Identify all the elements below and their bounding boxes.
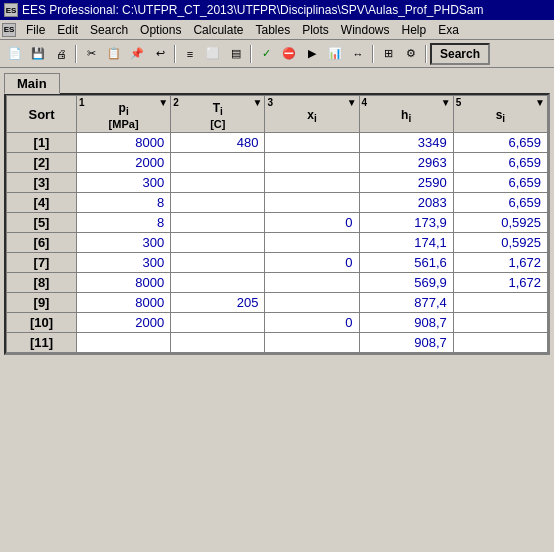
- cell-p-7[interactable]: 300: [77, 253, 171, 273]
- cell-p-1[interactable]: 8000: [77, 133, 171, 153]
- chart-button[interactable]: 📊: [324, 43, 346, 65]
- cell-s-3[interactable]: 6,659: [453, 173, 547, 193]
- menu-options[interactable]: Options: [134, 21, 187, 39]
- cell-p-11[interactable]: [77, 333, 171, 353]
- equations-button[interactable]: ≡: [179, 43, 201, 65]
- copy-button[interactable]: 📋: [103, 43, 125, 65]
- cell-h-9[interactable]: 877,4: [359, 293, 453, 313]
- cell-h-1[interactable]: 3349: [359, 133, 453, 153]
- cell-T-11[interactable]: [171, 333, 265, 353]
- col-header-2[interactable]: 2 ▼ Ti[C]: [171, 96, 265, 133]
- cell-T-2[interactable]: [171, 153, 265, 173]
- cell-x-6[interactable]: [265, 233, 359, 253]
- cell-x-2[interactable]: [265, 153, 359, 173]
- col-header-5[interactable]: 5 ▼ si: [453, 96, 547, 133]
- cell-s-10[interactable]: [453, 313, 547, 333]
- col-dropdown-4[interactable]: ▼: [441, 97, 451, 108]
- menu-calculate[interactable]: Calculate: [187, 21, 249, 39]
- col-dropdown-3[interactable]: ▼: [347, 97, 357, 108]
- run-button[interactable]: ▶: [301, 43, 323, 65]
- cell-h-10[interactable]: 908,7: [359, 313, 453, 333]
- cell-h-4[interactable]: 2083: [359, 193, 453, 213]
- sort-header[interactable]: Sort: [7, 96, 77, 133]
- row-label-7[interactable]: [7]: [7, 253, 77, 273]
- cell-p-10[interactable]: 2000: [77, 313, 171, 333]
- cell-p-4[interactable]: 8: [77, 193, 171, 213]
- stop-button[interactable]: ⛔: [278, 43, 300, 65]
- cell-T-8[interactable]: [171, 273, 265, 293]
- col-dropdown-1[interactable]: ▼: [158, 97, 168, 108]
- cell-s-6[interactable]: 0,5925: [453, 233, 547, 253]
- row-label-4[interactable]: [4]: [7, 193, 77, 213]
- cell-h-3[interactable]: 2590: [359, 173, 453, 193]
- row-label-3[interactable]: [3]: [7, 173, 77, 193]
- cell-h-6[interactable]: 174,1: [359, 233, 453, 253]
- cell-T-6[interactable]: [171, 233, 265, 253]
- undo-button[interactable]: ↩: [149, 43, 171, 65]
- cell-p-5[interactable]: 8: [77, 213, 171, 233]
- row-label-6[interactable]: [6]: [7, 233, 77, 253]
- cell-h-7[interactable]: 561,6: [359, 253, 453, 273]
- paste-button[interactable]: 📌: [126, 43, 148, 65]
- cell-T-9[interactable]: 205: [171, 293, 265, 313]
- col-dropdown-5[interactable]: ▼: [535, 97, 545, 108]
- cell-h-11[interactable]: 908,7: [359, 333, 453, 353]
- cell-x-8[interactable]: [265, 273, 359, 293]
- menu-exa[interactable]: Exa: [432, 21, 465, 39]
- cell-T-3[interactable]: [171, 173, 265, 193]
- row-label-1[interactable]: [1]: [7, 133, 77, 153]
- tab-main[interactable]: Main: [4, 73, 60, 94]
- minmax-button[interactable]: ↔: [347, 43, 369, 65]
- cell-T-10[interactable]: [171, 313, 265, 333]
- cell-p-6[interactable]: 300: [77, 233, 171, 253]
- cell-s-9[interactable]: [453, 293, 547, 313]
- col-header-4[interactable]: 4 ▼ hi: [359, 96, 453, 133]
- print-button[interactable]: 🖨: [50, 43, 72, 65]
- col-header-3[interactable]: 3 ▼ xi: [265, 96, 359, 133]
- cell-x-4[interactable]: [265, 193, 359, 213]
- cut-button[interactable]: ✂: [80, 43, 102, 65]
- cell-h-2[interactable]: 2963: [359, 153, 453, 173]
- row-label-10[interactable]: [10]: [7, 313, 77, 333]
- cell-x-11[interactable]: [265, 333, 359, 353]
- cell-x-10[interactable]: 0: [265, 313, 359, 333]
- new-button[interactable]: 📄: [4, 43, 26, 65]
- menu-windows[interactable]: Windows: [335, 21, 396, 39]
- cell-x-1[interactable]: [265, 133, 359, 153]
- save-button[interactable]: 💾: [27, 43, 49, 65]
- menu-tables[interactable]: Tables: [249, 21, 296, 39]
- cell-s-8[interactable]: 1,672: [453, 273, 547, 293]
- cell-T-5[interactable]: [171, 213, 265, 233]
- cell-s-11[interactable]: [453, 333, 547, 353]
- cell-s-7[interactable]: 1,672: [453, 253, 547, 273]
- col-header-1[interactable]: 1 ▼ pi[MPa]: [77, 96, 171, 133]
- cell-x-9[interactable]: [265, 293, 359, 313]
- row-label-2[interactable]: [2]: [7, 153, 77, 173]
- cell-p-2[interactable]: 2000: [77, 153, 171, 173]
- cell-h-8[interactable]: 569,9: [359, 273, 453, 293]
- cell-x-7[interactable]: 0: [265, 253, 359, 273]
- menu-search[interactable]: Search: [84, 21, 134, 39]
- cell-T-1[interactable]: 480: [171, 133, 265, 153]
- cell-T-7[interactable]: [171, 253, 265, 273]
- cell-s-5[interactable]: 0,5925: [453, 213, 547, 233]
- cell-s-1[interactable]: 6,659: [453, 133, 547, 153]
- menu-help[interactable]: Help: [396, 21, 433, 39]
- col-dropdown-2[interactable]: ▼: [252, 97, 262, 108]
- cell-x-5[interactable]: 0: [265, 213, 359, 233]
- row-label-9[interactable]: [9]: [7, 293, 77, 313]
- menu-file[interactable]: File: [20, 21, 51, 39]
- cell-p-8[interactable]: 8000: [77, 273, 171, 293]
- cell-s-4[interactable]: 6,659: [453, 193, 547, 213]
- grid-button[interactable]: ⊞: [377, 43, 399, 65]
- tables-button[interactable]: ▤: [225, 43, 247, 65]
- cell-T-4[interactable]: [171, 193, 265, 213]
- search-button[interactable]: Search: [430, 43, 490, 65]
- settings-button[interactable]: ⚙: [400, 43, 422, 65]
- cell-p-3[interactable]: 300: [77, 173, 171, 193]
- diagram-button[interactable]: ⬜: [202, 43, 224, 65]
- check-button[interactable]: ✓: [255, 43, 277, 65]
- row-label-11[interactable]: [11]: [7, 333, 77, 353]
- row-label-5[interactable]: [5]: [7, 213, 77, 233]
- menu-plots[interactable]: Plots: [296, 21, 335, 39]
